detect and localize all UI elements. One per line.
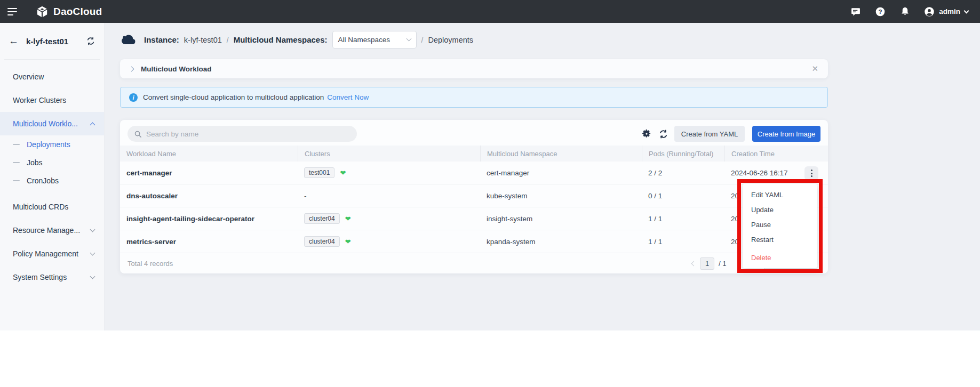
page-total-label: / 1 [719,260,726,268]
health-heart-icon: ❤ [345,215,351,223]
namespace-cell: kpanda-system [480,238,642,246]
cluster-badge: test001 [304,167,334,178]
total-records-label: Total 4 records [128,260,173,268]
switch-cluster-icon[interactable] [86,36,95,46]
hamburger-menu-icon[interactable] [7,6,18,18]
menu-item-edit-yaml[interactable]: Edit YAML [743,187,817,202]
topbar-actions: ? admin [850,6,968,17]
col-namespace: Multicloud Namespace [480,146,642,162]
sidebar: ← k-lyf-test01 Overview Worker Clusters … [0,23,105,330]
pods-cell: 0 / 1 [642,192,724,200]
clusters-cell: - [298,192,480,200]
breadcrumb-separator: / [421,36,424,44]
chevron-down-icon [406,36,411,42]
clusters-cell: cluster04 ❤ [298,236,480,247]
chevron-right-icon [129,66,134,71]
pagination: / 1 [692,253,726,273]
search-box[interactable] [128,126,357,142]
table-row: metrics-server cluster04 ❤ kpanda-system… [120,230,828,253]
chevron-up-icon [90,122,95,127]
breadcrumb-page: Deployments [428,36,473,44]
pods-cell: 1 / 1 [642,215,724,223]
pods-cell: 2 / 2 [642,169,724,177]
table-row: cert-manager test001 ❤ cert-manager 2 / … [120,162,828,184]
namespace-select[interactable]: All Namespaces [332,31,417,49]
sidebar-item-overview[interactable]: Overview [0,65,104,88]
notification-bell-icon[interactable] [899,6,910,17]
brand-name: DaoCloud [53,6,102,18]
multicloud-workload-panel[interactable]: Multicloud Workload ✕ [120,59,828,78]
sidebar-item-deployments[interactable]: Deployments [0,135,104,154]
gear-icon[interactable] [640,127,653,140]
convert-info-banner: i Convert single-cloud application to mu… [120,87,828,108]
instance-label: Instance: [144,35,179,44]
col-workload-name: Workload Name [120,146,298,162]
chevron-down-icon [90,227,95,232]
sidebar-item-worker-clusters[interactable]: Worker Clusters [0,88,104,112]
menu-item-update[interactable]: Update [743,202,817,217]
workload-name[interactable]: dns-autoscaler [120,192,298,200]
dash-icon [13,162,20,163]
workload-table-card: Create from YAML Create from Image Workl… [120,120,828,273]
chat-icon[interactable] [850,6,861,17]
sidebar-header: ← k-lyf-test01 [0,23,104,59]
table-header: Workload Name Clusters Multicloud Namesp… [120,146,828,162]
breadcrumb-separator: / [227,36,229,44]
create-from-image-button[interactable]: Create from Image [752,126,820,142]
sidebar-item-cronjobs[interactable]: CronJobs [0,172,104,190]
sidebar-item-multicloud-crds[interactable]: Multicloud CRDs [0,195,104,219]
sidebar-item-multicloud-workload[interactable]: Multicloud Worklo... [0,112,104,135]
daocloud-logo-icon [35,5,49,19]
col-creation-time: Creation Time [724,146,794,162]
pods-cell: 1 / 1 [642,238,724,246]
menu-item-pause[interactable]: Pause [743,217,817,232]
cluster-badge: cluster04 [304,236,340,247]
row-actions-kebab-button[interactable] [804,166,818,180]
table-footer: Total 4 records / 1 [120,253,828,273]
sidebar-item-jobs[interactable]: Jobs [0,154,104,172]
search-input[interactable] [146,130,344,138]
created-cell: 2024-06-26 16:17 [724,169,794,177]
brand: DaoCloud [35,5,102,19]
dash-icon [13,144,20,145]
menu-item-restart[interactable]: Restart [743,232,817,247]
col-pods: Pods (Running/Total) [642,146,724,162]
bottom-strip [0,330,980,387]
sidebar-item-policy-management[interactable]: Policy Management [0,242,104,265]
health-heart-icon: ❤ [345,238,351,246]
close-icon[interactable]: ✕ [811,64,818,74]
chevron-down-icon [964,8,969,13]
back-arrow-icon[interactable]: ← [9,35,19,47]
refresh-icon[interactable] [657,127,670,140]
svg-text:?: ? [879,8,882,15]
create-from-yaml-button[interactable]: Create from YAML [674,126,745,142]
chevron-down-icon [90,273,95,279]
cloud-icon [120,34,137,46]
namespace-cell: insight-system [480,215,642,223]
workload-name[interactable]: metrics-server [120,238,298,246]
namespace-cell: cert-manager [480,169,642,177]
clusters-cell: test001 ❤ [298,167,480,178]
instance-value[interactable]: k-lyf-test01 [184,36,222,44]
namespace-select-value: All Namespaces [338,36,391,44]
convert-now-link[interactable]: Convert Now [327,93,369,101]
page-number-input[interactable] [700,257,714,270]
user-menu[interactable]: admin [924,6,968,17]
cluster-title: k-lyf-test01 [26,37,86,46]
breadcrumb: Instance: k-lyf-test01 / Multicloud Name… [120,31,473,49]
sidebar-item-system-settings[interactable]: System Settings [0,265,104,289]
table-row: insight-agent-tailing-sidecar-operator c… [120,207,828,230]
username-label: admin [939,7,960,15]
sidebar-item-resource-management[interactable]: Resource Manage... [0,219,104,242]
col-clusters: Clusters [298,146,480,162]
page-prev-icon[interactable] [691,261,697,266]
health-heart-icon: ❤ [340,169,346,177]
menu-item-delete[interactable]: Delete [743,250,817,265]
dash-icon [13,180,20,181]
namespaces-label: Multicloud Namespaces: [234,35,328,44]
workload-name[interactable]: insight-agent-tailing-sidecar-operator [120,215,298,223]
workload-name[interactable]: cert-manager [120,169,298,177]
help-icon[interactable]: ? [875,6,886,17]
banner-text: Convert single-cloud application to mult… [143,93,324,101]
topbar: DaoCloud ? admin [0,0,980,23]
